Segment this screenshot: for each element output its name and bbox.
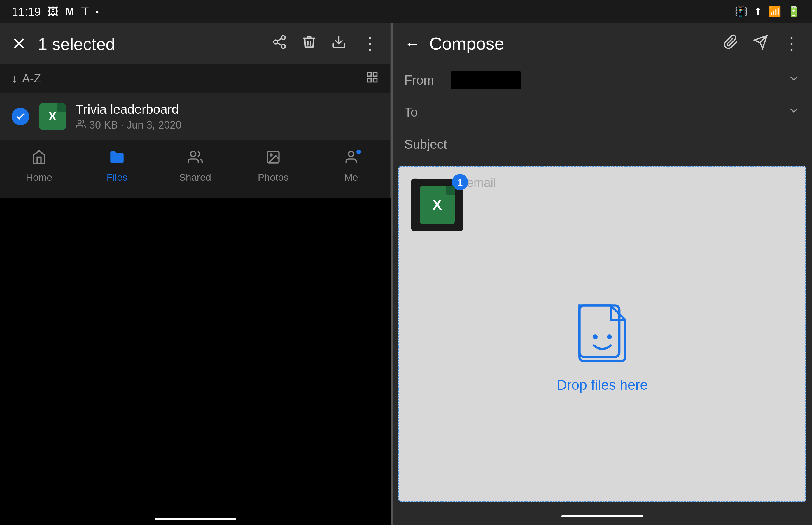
- subject-label: Subject: [404, 137, 451, 152]
- nav-item-shared[interactable]: Shared: [156, 150, 234, 183]
- home-icon: [31, 150, 47, 168]
- status-left: 11:19 🖼 M 𝕋 ●: [12, 5, 99, 18]
- close-button[interactable]: ✕: [12, 33, 26, 54]
- attach-icon[interactable]: [723, 34, 738, 53]
- attachment-x-label: X: [432, 196, 442, 213]
- svg-point-13: [270, 154, 272, 156]
- file-name: Trivia leaderboard: [76, 102, 379, 117]
- nav-item-me[interactable]: Me: [312, 150, 390, 183]
- file-info: Trivia leaderboard 30 KB · Jun 3,: [76, 102, 379, 131]
- left-panel: ✕ 1 selected: [0, 23, 391, 525]
- sort-text: A-Z: [22, 72, 41, 85]
- compose-form: From To: [393, 64, 812, 508]
- compose-toolbar: ← Compose ⋮: [393, 23, 812, 64]
- from-value-box: [451, 71, 521, 89]
- nav-label-photos: Photos: [258, 172, 289, 183]
- nytimes-icon: 𝕋: [81, 5, 88, 18]
- left-panel-inner: ✕ 1 selected: [0, 23, 391, 198]
- from-label: From: [404, 73, 451, 88]
- file-size-date: 30 KB · Jun 3, 2020: [89, 119, 181, 131]
- bottom-nav: Home Files: [0, 140, 390, 198]
- to-field[interactable]: To: [393, 96, 812, 128]
- file-meta: 30 KB · Jun 3, 2020: [76, 119, 379, 131]
- selection-toolbar: ✕ 1 selected: [0, 23, 390, 64]
- nav-label-files: Files: [106, 172, 128, 183]
- more-icon[interactable]: ⋮: [361, 33, 379, 54]
- attachment-preview[interactable]: 1 X: [411, 179, 463, 231]
- gmail-icon: M: [65, 5, 74, 18]
- delete-icon[interactable]: [301, 34, 317, 53]
- from-field: From: [393, 64, 812, 96]
- svg-point-18: [593, 334, 597, 339]
- excel-x-label: X: [49, 110, 56, 123]
- nav-item-photos[interactable]: Photos: [234, 150, 312, 183]
- send-icon[interactable]: [753, 34, 768, 53]
- selection-count: 1 selected: [38, 34, 263, 54]
- toolbar-actions: ⋮: [272, 33, 379, 54]
- nav-label-shared: Shared: [179, 172, 211, 183]
- vibrate-icon: 📳: [735, 5, 748, 18]
- svg-point-10: [78, 120, 81, 123]
- status-right: 📳 ⬆ 📶 🔋: [735, 5, 800, 18]
- main-content: ✕ 1 selected: [0, 23, 812, 525]
- attachment-excel-icon: X: [420, 186, 455, 224]
- drop-zone[interactable]: Drop files here: [399, 196, 805, 501]
- status-time: 11:19: [12, 5, 41, 18]
- nav-label-me: Me: [344, 172, 358, 183]
- photos-icon: [266, 150, 281, 168]
- svg-rect-7: [373, 72, 377, 76]
- compose-body[interactable]: Compose email 1 X: [398, 166, 806, 502]
- wifi-icon: 📶: [768, 5, 781, 18]
- svg-line-4: [277, 39, 282, 41]
- right-home-indicator: [561, 515, 643, 518]
- nav-label-home: Home: [26, 172, 52, 183]
- compose-title: Compose: [429, 33, 714, 54]
- svg-point-14: [349, 152, 354, 156]
- grid-view-icon[interactable]: [366, 71, 379, 87]
- nav-icon: ⬆: [754, 5, 763, 18]
- photo-icon: 🖼: [48, 5, 58, 18]
- file-icon-wrapper: X: [38, 102, 67, 131]
- svg-point-11: [191, 152, 196, 156]
- svg-line-3: [277, 43, 282, 45]
- to-chevron-icon[interactable]: [787, 104, 800, 120]
- to-label: To: [404, 105, 451, 120]
- left-home-indicator: [154, 518, 236, 520]
- nav-item-files[interactable]: Files: [78, 150, 156, 183]
- battery-icon: 🔋: [787, 5, 800, 18]
- back-button[interactable]: ←: [404, 34, 420, 53]
- to-input[interactable]: [451, 105, 787, 119]
- dot-icon: ●: [95, 9, 99, 15]
- sort-bar: ↓ A-Z: [0, 64, 390, 93]
- drop-file-icon: [573, 304, 632, 368]
- drop-label: Drop files here: [557, 377, 648, 393]
- right-panel: ← Compose ⋮ Fr: [393, 23, 812, 525]
- svg-rect-6: [368, 72, 371, 76]
- nav-item-home[interactable]: Home: [0, 150, 78, 183]
- shared-icon: [188, 150, 203, 168]
- table-row[interactable]: X Trivia leaderboard: [0, 93, 390, 140]
- excel-file-icon: X: [39, 104, 65, 130]
- svg-rect-9: [373, 78, 377, 82]
- status-bar: 11:19 🖼 M 𝕋 ● 📳 ⬆ 📶 🔋: [0, 0, 812, 23]
- subject-field[interactable]: Subject: [393, 128, 812, 160]
- file-list: X Trivia leaderboard: [0, 93, 390, 140]
- me-icon: [343, 150, 359, 168]
- subject-input[interactable]: [451, 137, 800, 151]
- file-checkbox[interactable]: [12, 108, 29, 125]
- files-icon: [109, 150, 124, 168]
- compose-actions: ⋮: [723, 33, 800, 54]
- svg-point-19: [607, 334, 612, 339]
- download-icon[interactable]: [331, 34, 346, 53]
- from-chevron-icon[interactable]: [787, 72, 800, 88]
- share-icon[interactable]: [272, 34, 287, 53]
- compose-more-icon[interactable]: ⋮: [783, 33, 800, 54]
- sort-arrow-icon: ↓: [12, 72, 17, 85]
- shared-people-icon: [76, 119, 86, 131]
- svg-rect-8: [368, 78, 371, 82]
- sort-label[interactable]: ↓ A-Z: [12, 72, 41, 85]
- right-bottom-bar: [393, 508, 812, 525]
